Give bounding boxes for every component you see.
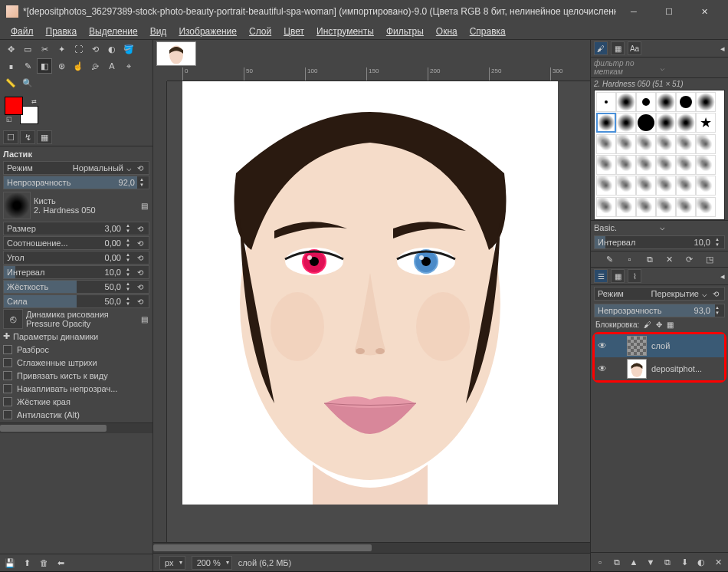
brush-item[interactable] (636, 92, 656, 112)
brush-item[interactable] (636, 113, 656, 133)
aspect-reset-icon[interactable]: ⟲ (135, 239, 146, 248)
size-spinner[interactable]: ▲▼ (124, 223, 132, 234)
hardness-slider[interactable]: Жёсткость 50,0 ▲▼ ⟲ (3, 280, 149, 294)
lock-pixels-icon[interactable]: 🖌 (644, 321, 651, 329)
reset-icon[interactable]: ⟲ (135, 164, 146, 173)
brush-item[interactable] (616, 113, 636, 133)
menu-filters[interactable]: Фильтры (380, 25, 430, 38)
brush-spacing-slider[interactable]: Интервал 10,0 ▲▼ (594, 235, 725, 249)
brush-item[interactable] (596, 176, 616, 196)
tab-menu-icon[interactable]: ◂ (720, 44, 725, 54)
brush-item[interactable] (596, 134, 616, 154)
tool-bucket[interactable]: 🪣 (121, 41, 136, 57)
menu-color[interactable]: Цвет (277, 25, 310, 38)
raise-layer-icon[interactable]: ▲ (628, 556, 640, 568)
tool-clone[interactable]: ⊛ (54, 58, 69, 74)
smooth-checkbox[interactable]: Сглаженные штрихи (3, 357, 149, 369)
spacing-reset-icon[interactable]: ⟲ (135, 268, 146, 277)
size-slider[interactable]: Размер 3,00 ▲▼ ⟲ (3, 222, 149, 235)
tab-brushes[interactable]: 🖌 (594, 41, 608, 55)
restore-preset-icon[interactable]: ⬆ (20, 556, 34, 570)
tool-free-select[interactable]: ✂ (37, 41, 52, 57)
tab-layers[interactable]: ☰ (594, 269, 608, 283)
del-brush-icon[interactable]: ✕ (664, 253, 676, 265)
refresh-brush-icon[interactable]: ⟳ (684, 253, 696, 265)
spacing-spinner[interactable]: ▲▼ (124, 267, 132, 278)
tool-smudge[interactable]: ☝ (71, 58, 86, 74)
new-brush-icon[interactable]: ▫ (624, 253, 636, 265)
zoom-dropdown[interactable]: 200 % (192, 556, 232, 570)
minimize-button[interactable]: ─ (616, 0, 651, 23)
menu-help[interactable]: Справка (464, 25, 512, 38)
menu-windows[interactable]: Окна (430, 25, 464, 38)
color-swatches[interactable]: ⇄ ◱ (5, 97, 38, 124)
brush-item[interactable] (656, 134, 676, 154)
layer-opacity-slider[interactable]: Непрозрачность 93,0 ▲▼ (594, 304, 725, 317)
hardness-spinner[interactable]: ▲▼ (124, 281, 132, 292)
image-tab[interactable] (156, 41, 196, 66)
force-spinner[interactable]: ▲▼ (124, 296, 132, 307)
tool-eraser[interactable]: ◧ (37, 58, 52, 74)
size-reset-icon[interactable]: ⟲ (135, 225, 146, 233)
canvas[interactable] (182, 81, 558, 505)
edit-brush-icon[interactable]: ✎ (604, 253, 616, 265)
menu-view[interactable]: Вид (144, 25, 173, 38)
tool-rect-select[interactable]: ▭ (20, 41, 35, 57)
tab-tool-options[interactable]: ☐ (3, 130, 18, 144)
angle-spinner[interactable]: ▲▼ (124, 252, 132, 263)
brush-item[interactable] (696, 134, 716, 154)
brush-grid[interactable] (594, 90, 725, 220)
brush-edit-icon[interactable]: ▤ (139, 202, 149, 210)
reset-icon[interactable]: ⟲ (710, 290, 721, 298)
brush-item[interactable] (636, 176, 656, 196)
unit-dropdown[interactable]: px (159, 556, 185, 570)
eye-icon[interactable]: 👁 (598, 363, 608, 374)
tab-channels[interactable]: ▦ (611, 269, 625, 283)
layer-name[interactable]: depositphot... (651, 364, 702, 373)
layer-name[interactable]: слой (651, 341, 670, 350)
tool-paths[interactable]: ⌮ (87, 58, 103, 74)
brush-item[interactable] (596, 155, 616, 175)
layer-mode-dropdown[interactable]: Режим Перекрытие ⌵ ⟲ (594, 287, 725, 301)
tab-menu-icon[interactable]: ◂ (720, 271, 725, 281)
layer-thumbnail[interactable] (627, 359, 647, 379)
tool-fuzzy-select[interactable]: ✦ (54, 41, 69, 57)
dup-layer-icon[interactable]: ⧉ (661, 556, 674, 568)
brush-item[interactable] (696, 197, 716, 217)
dynamics-options-expand[interactable]: ✚ Параметры динамики (3, 330, 149, 343)
brush-item[interactable] (676, 134, 696, 154)
ruler-vertical[interactable] (153, 81, 167, 542)
brush-item[interactable] (636, 134, 656, 154)
menu-tools[interactable]: Инструменты (310, 25, 380, 38)
layer-row[interactable]: 👁 слой (595, 334, 724, 357)
tool-crop[interactable]: ⛶ (71, 41, 86, 57)
eye-icon[interactable]: 👁 (598, 340, 608, 351)
brush-item-selected[interactable] (596, 113, 616, 133)
jitter-checkbox[interactable]: Разброс (3, 344, 149, 356)
tab-device-status[interactable]: ↯ (20, 130, 35, 144)
incremental-checkbox[interactable]: Накапливать непрозрач... (3, 383, 149, 395)
opacity-spinner[interactable]: ▲▼ (138, 177, 146, 188)
brush-item[interactable] (616, 92, 636, 112)
menu-file[interactable]: Файл (5, 25, 40, 38)
brush-item[interactable] (636, 197, 656, 217)
brush-item[interactable] (656, 113, 676, 133)
brush-item[interactable] (696, 155, 716, 175)
brush-item[interactable] (676, 113, 696, 133)
tool-warp[interactable]: ◐ (104, 41, 120, 57)
brush-item[interactable] (636, 155, 656, 175)
menu-edit[interactable]: Правка (40, 25, 84, 38)
swap-colors-icon[interactable]: ⇄ (31, 98, 37, 105)
preset-selector[interactable]: Basic. ⌵ (591, 220, 728, 234)
new-group-icon[interactable]: ⧉ (611, 556, 623, 568)
brush-item[interactable] (676, 176, 696, 196)
tool-text[interactable]: A (104, 58, 120, 74)
delete-preset-icon[interactable]: 🗑 (37, 556, 51, 570)
brush-preview[interactable] (3, 192, 31, 219)
brush-item[interactable] (656, 197, 676, 217)
fg-color[interactable] (5, 97, 23, 115)
tab-paths[interactable]: ⌇ (628, 269, 641, 283)
spacing-spinner[interactable]: ▲▼ (713, 237, 721, 248)
tab-patterns[interactable]: ▦ (611, 41, 625, 55)
brush-item[interactable] (656, 155, 676, 175)
